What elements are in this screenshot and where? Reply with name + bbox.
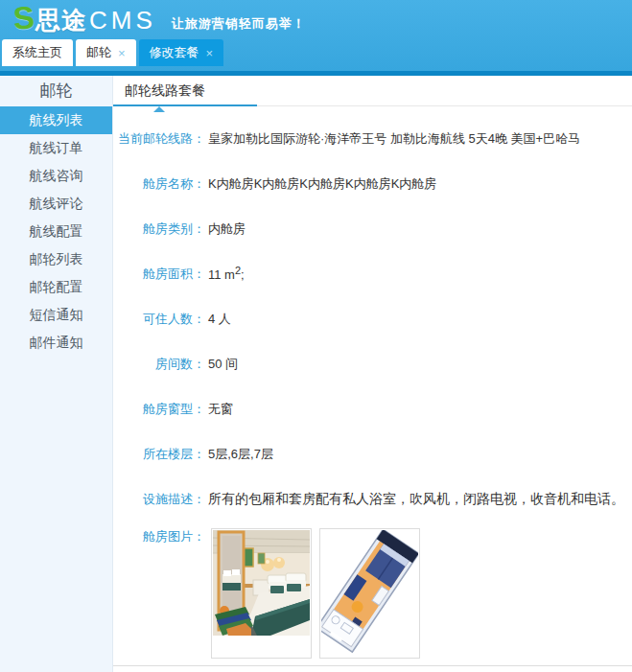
area-number: 11 m [208,268,235,283]
field-label: 可住人数： [117,311,205,328]
sidebar: 邮轮 航线列表 航线订单 航线咨询 航线评论 航线配置 邮轮列表 邮轮配置 短信… [0,76,113,672]
cabin-floorplan-svg [321,530,418,657]
cabin-detail-form: 当前邮轮线路： 皇家加勒比国际游轮·海洋帝王号 加勒比海航线 5天4晚 美国+巴… [113,106,632,662]
field-value: 内舱房 [208,220,246,238]
subtab-cruise-route-package[interactable]: 邮轮线路套餐 [113,76,257,106]
field-current-route: 当前邮轮线路： 皇家加勒比国际游轮·海洋帝王号 加勒比海航线 5天4晚 美国+巴… [117,116,632,161]
sidebar-item-sms-notice[interactable]: 短信通知 [0,301,112,329]
field-floors: 所在楼层： 5层,6层,7层 [117,431,632,476]
field-value: 4 人 [208,311,231,328]
close-icon[interactable]: × [118,47,126,59]
field-value: 5层,6层,7层 [208,446,273,463]
field-facilities-description: 设施描述： 所有的包厢和套房配有私人浴室，吹风机，闭路电视，收音机和电话。 [117,476,632,521]
sidebar-item-route-list[interactable]: 航线列表 [0,106,112,134]
situ-cms-logo[interactable]: S思途CMS [13,4,156,37]
field-value: 11 m2; [208,265,245,282]
logo-s-icon: S [12,3,35,33]
field-label: 设施描述： [117,491,205,508]
logo-brand-text: 思途 [35,4,87,37]
field-label: 当前邮轮线路： [117,130,205,148]
sidebar-item-route-comments[interactable]: 航线评论 [0,190,112,218]
cabin-floorplan-image [319,528,420,659]
sidebar-item-cruise-list[interactable]: 邮轮列表 [0,245,112,273]
field-window-type: 舱房窗型： 无窗 [117,386,632,431]
field-cabin-images: 舱房图片： [117,528,632,662]
field-room-count: 房间数： 50 间 [117,341,632,386]
field-value: 所有的包厢和套房配有私人浴室，吹风机，闭路电视，收音机和电话。 [208,491,624,508]
field-label: 舱房面积： [117,266,205,283]
field-value: 50 间 [208,356,238,373]
cabin-interior-photo [211,528,312,659]
field-cabin-category: 舱房类别： 内舱房 [117,206,632,251]
logo-cms-text: CMS [89,6,156,35]
tab-label: 系统主页 [12,39,62,66]
tab-label: 修改套餐 [150,39,199,66]
field-label: 舱房图片： [117,528,205,545]
sidebar-item-email-notice[interactable]: 邮件通知 [0,329,112,357]
sidebar-item-route-inquiries[interactable]: 航线咨询 [0,162,112,190]
field-label: 房间数： [117,356,205,373]
area-suffix: ; [241,268,245,283]
main-content-panel: 邮轮线路套餐 当前邮轮线路： 皇家加勒比国际游轮·海洋帝王号 加勒比海航线 5天… [113,76,632,672]
field-label: 舱房窗型： [117,401,205,418]
close-icon[interactable]: × [206,47,214,59]
content-bottom-divider [113,665,632,666]
sidebar-item-cruise-config[interactable]: 邮轮配置 [0,273,112,301]
sidebar-item-route-config[interactable]: 航线配置 [0,218,112,245]
field-value: 皇家加勒比国际游轮·海洋帝王号 加勒比海航线 5天4晚 美国+巴哈马 [208,130,580,148]
tab-label: 邮轮 [86,39,111,66]
sidebar-section-title: 邮轮 [0,76,112,106]
top-header-bar: S思途CMS 让旅游营销轻而易举！ 系统主页 邮轮 × 修改套餐 × [0,0,632,71]
brand-row: S思途CMS 让旅游营销轻而易举！ [0,0,632,40]
tab-modify-package[interactable]: 修改套餐 × [139,39,224,66]
window-tab-bar: 系统主页 邮轮 × 修改套餐 × [2,39,223,66]
field-occupancy: 可住人数： 4 人 [117,296,632,341]
active-subtab-caret-icon [153,106,165,112]
tab-cruise[interactable]: 邮轮 × [76,39,136,66]
cabin-interior-photo-image [213,530,310,636]
field-label: 舱房名称： [117,175,205,193]
sidebar-item-route-orders[interactable]: 航线订单 [0,134,112,162]
content-subtab-bar: 邮轮线路套餐 [113,76,632,106]
field-cabin-area: 舱房面积： 11 m2; [117,251,632,296]
field-value: K内舱房K内舱房K内舱房K内舱房K内舱房 [208,175,436,193]
field-label: 舱房类别： [117,220,205,238]
field-cabin-name: 舱房名称： K内舱房K内舱房K内舱房K内舱房K内舱房 [117,161,632,206]
field-value: 无窗 [208,401,233,418]
tab-system-home[interactable]: 系统主页 [2,39,73,66]
brand-tagline: 让旅游营销轻而易举！ [172,8,306,33]
field-label: 所在楼层： [117,446,205,463]
